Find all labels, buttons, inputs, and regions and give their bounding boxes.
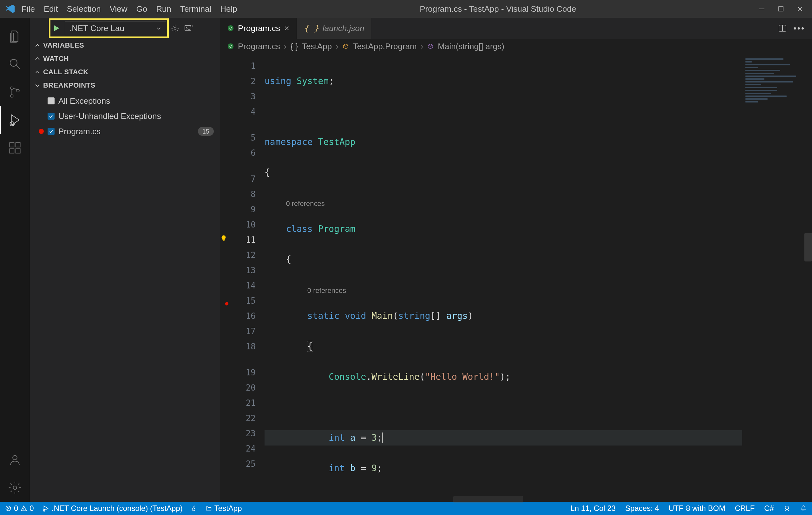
svg-rect-0 — [779, 7, 783, 11]
svg-rect-7 — [16, 143, 20, 147]
breakpoint-line-badge: 15 — [198, 127, 214, 136]
debug-console-button[interactable] — [184, 24, 193, 33]
maximize-button[interactable] — [778, 6, 784, 12]
folder-icon — [206, 505, 212, 512]
code-content[interactable]: using System; namespace TestApp { 0 refe… — [261, 54, 742, 502]
svg-text:C: C — [229, 26, 232, 30]
svg-point-23 — [785, 506, 789, 510]
start-debug-button[interactable] — [53, 24, 60, 32]
search-tab[interactable] — [0, 50, 30, 78]
menu-file[interactable]: Filedocument.currentScript.previousEleme… — [22, 4, 35, 14]
extensions-tab[interactable] — [0, 134, 30, 162]
menu-edit[interactable]: Edit — [44, 4, 58, 14]
tab-launch-json[interactable]: { } launch.json — [297, 18, 372, 39]
callstack-label: CALL STACK — [43, 68, 88, 76]
breadcrumb-item[interactable]: TestApp — [302, 41, 332, 51]
editor-group: C Program.cs { } launch.json ••• C — [220, 18, 812, 502]
feedback-icon — [783, 505, 790, 512]
svg-rect-9 — [16, 149, 20, 153]
chevron-right-icon: › — [336, 41, 339, 51]
omnisharp-status[interactable] — [191, 505, 197, 512]
breakpoint-file[interactable]: Program.cs 15 — [30, 124, 220, 139]
settings-gear-button[interactable] — [0, 474, 30, 502]
svg-text:C: C — [229, 45, 232, 48]
svg-point-10 — [13, 455, 17, 460]
window-title: Program.cs - TestApp - Visual Studio Cod… — [237, 4, 759, 14]
line-number-gutter: 1234 56 789101112131415161718 1920212223… — [233, 54, 261, 502]
breakpoints-body: All Exceptions User-Unhandled Exceptions… — [30, 92, 220, 140]
accounts-button[interactable] — [0, 446, 30, 474]
menu-view[interactable]: View — [110, 4, 127, 14]
launch-config-label: .NET Core Lau — [69, 24, 124, 33]
language-status[interactable]: C# — [764, 504, 774, 513]
folder-status[interactable]: TestApp — [206, 504, 242, 513]
checkbox-unchecked-icon[interactable] — [48, 97, 55, 105]
minimap[interactable] — [742, 54, 812, 502]
breakpoint-user-unhandled[interactable]: User-Unhandled Exceptions — [30, 109, 220, 124]
title-bar: Filedocument.currentScript.previousEleme… — [0, 0, 812, 18]
checkbox-checked-icon[interactable] — [48, 128, 55, 135]
chevron-right-icon — [34, 56, 40, 62]
svg-point-1 — [10, 59, 17, 66]
menu-bar: Filedocument.currentScript.previousEleme… — [22, 4, 237, 14]
glyph-margin: ● — [220, 54, 233, 502]
csharp-file-icon: C — [227, 25, 234, 32]
lightbulb-icon[interactable] — [220, 235, 233, 242]
breakpoints-section[interactable]: BREAKPOINTS — [30, 79, 220, 92]
more-actions-button[interactable]: ••• — [793, 24, 805, 33]
vertical-scrollbar[interactable] — [804, 233, 812, 261]
svg-point-3 — [10, 94, 13, 97]
menu-go[interactable]: Go — [136, 4, 147, 14]
class-icon — [342, 43, 349, 50]
svg-rect-6 — [9, 143, 14, 147]
menu-terminal[interactable]: Terminal — [180, 4, 211, 14]
split-editor-button[interactable] — [778, 24, 787, 32]
svg-point-21 — [24, 509, 24, 510]
tab-label: launch.json — [323, 24, 365, 33]
launch-config-dropdown[interactable]: .NET Core Lau — [65, 21, 166, 35]
breadcrumb-item[interactable]: TestApp.Program — [353, 41, 417, 51]
problems-status[interactable]: 0 0 — [5, 504, 34, 513]
svg-point-14 — [190, 25, 192, 27]
bp-label: Program.cs — [58, 126, 100, 137]
close-tab-button[interactable] — [284, 25, 290, 31]
debug-icon — [42, 505, 49, 512]
chevron-right-icon: › — [284, 41, 287, 51]
flame-icon — [191, 505, 197, 512]
launch-config-settings-button[interactable] — [171, 24, 179, 33]
breadcrumb-item[interactable]: Program.cs — [238, 41, 280, 51]
breakpoint-dot-icon[interactable]: ● — [220, 299, 233, 308]
chevron-down-icon — [156, 25, 162, 31]
horizontal-scrollbar[interactable] — [453, 496, 523, 503]
window-controls — [759, 6, 806, 12]
breadcrumb-item[interactable]: Main(string[] args) — [438, 41, 504, 51]
checkbox-checked-icon[interactable] — [48, 113, 55, 120]
callstack-section[interactable]: CALL STACK — [30, 65, 220, 79]
watch-section[interactable]: WATCH — [30, 52, 220, 65]
bell-icon — [800, 505, 807, 512]
run-and-debug-panel: .NET Core Lau VARIABLES WATCH CALL STACK — [30, 18, 220, 502]
breakpoint-all-exceptions[interactable]: All Exceptions — [30, 93, 220, 109]
close-button[interactable] — [797, 6, 803, 12]
breadcrumb-bar[interactable]: C Program.cs › { } TestApp › TestApp.Pro… — [220, 39, 812, 54]
menu-help[interactable]: Help — [220, 4, 237, 14]
method-icon — [427, 43, 434, 50]
tab-program-cs[interactable]: C Program.cs — [220, 18, 297, 39]
code-editor[interactable]: ● 1234 56 789101112131415161718 19202122… — [220, 54, 812, 502]
breakpoint-dot-icon — [39, 129, 44, 134]
minimize-button[interactable] — [759, 6, 765, 12]
bp-label: User-Unhandled Exceptions — [58, 111, 161, 121]
variables-section[interactable]: VARIABLES — [30, 39, 220, 52]
workbench: .NET Core Lau VARIABLES WATCH CALL STACK — [0, 18, 812, 502]
explorer-tab[interactable] — [0, 22, 30, 50]
notifications-button[interactable] — [800, 505, 807, 512]
run-debug-tab[interactable] — [0, 106, 30, 134]
debug-target-status[interactable]: .NET Core Launch (console) (TestApp) — [42, 504, 183, 513]
activity-bar — [0, 18, 30, 502]
error-icon — [5, 505, 11, 512]
menu-selection[interactable]: Selection — [67, 4, 101, 14]
menu-run[interactable]: Run — [156, 4, 171, 14]
feedback-button[interactable] — [783, 505, 790, 512]
warning-icon — [21, 505, 27, 512]
source-control-tab[interactable] — [0, 78, 30, 106]
